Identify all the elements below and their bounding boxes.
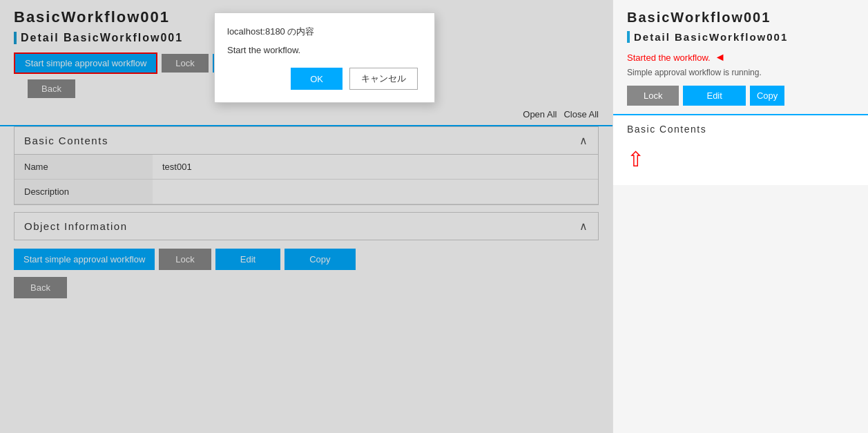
left-panel: BasicWorkflow001 Detail BasicWorkflow001… (0, 0, 613, 433)
dialog-title: localhost:8180 の内容 (227, 26, 418, 38)
up-arrow-icon: ⇧ (613, 140, 868, 178)
right-basic-contents-section: Basic Contents ⇧ (613, 115, 868, 185)
dialog-message: Start the workflow. (227, 45, 418, 55)
dialog-buttons: OK キャンセル (227, 68, 418, 90)
right-copy-button[interactable]: Copy (750, 86, 784, 106)
right-lock-button[interactable]: Lock (627, 86, 679, 106)
right-edit-button[interactable]: Edit (683, 86, 745, 106)
right-app-title: BasicWorkflow001 (613, 0, 868, 31)
red-arrow-icon: ◄ (715, 51, 726, 64)
dialog-box: localhost:8180 の内容 Start the workflow. O… (214, 12, 435, 103)
right-sub-message: Simple approval workflow is running. (613, 66, 868, 83)
dialog-cancel-button[interactable]: キャンセル (349, 68, 418, 90)
dialog-ok-button[interactable]: OK (291, 68, 343, 90)
right-panel: BasicWorkflow001 Detail BasicWorkflow001… (613, 0, 868, 433)
dialog-overlay: localhost:8180 の内容 Start the workflow. O… (0, 0, 613, 433)
right-status-message: Started the workflow. ◄ (613, 48, 868, 66)
right-page-title: Detail BasicWorkflow001 (634, 31, 788, 43)
right-page-title-bar: Detail BasicWorkflow001 (627, 31, 854, 43)
started-workflow-text: Started the workflow. (627, 52, 711, 63)
right-toolbar: Lock Edit Copy (613, 83, 868, 111)
right-basic-contents-title: Basic Contents (613, 115, 868, 140)
